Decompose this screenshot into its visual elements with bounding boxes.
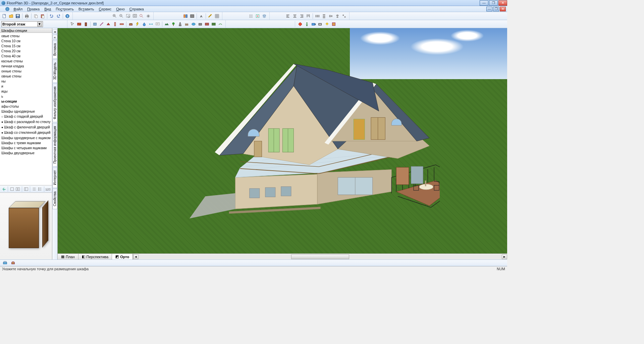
- camera-1-button[interactable]: [311, 21, 317, 27]
- window-tool-button[interactable]: [92, 21, 98, 27]
- catalog-tool-4[interactable]: [23, 186, 29, 192]
- bottom-tool-2[interactable]: [10, 260, 16, 266]
- mdi-restore-button[interactable]: ❐: [493, 7, 499, 11]
- pool-tool-button[interactable]: [191, 21, 197, 27]
- snap-grid-button[interactable]: [248, 13, 254, 19]
- horizontal-scrollbar[interactable]: ◂ ▸: [133, 254, 507, 260]
- column-tool-button[interactable]: [112, 21, 118, 27]
- catalog-tool-3[interactable]: [15, 186, 20, 192]
- furniture-tool-button[interactable]: [128, 21, 134, 27]
- mdi-minimize-button[interactable]: —: [486, 7, 492, 11]
- catalog-tool-2[interactable]: [9, 186, 14, 192]
- list-item[interactable]: Шкафы однодверные: [0, 109, 52, 114]
- align-center-button[interactable]: [292, 13, 298, 19]
- terrain-tool-button[interactable]: [164, 21, 170, 27]
- view-tab-перспектива[interactable]: ◧Перспектива: [78, 254, 112, 260]
- pan-button[interactable]: [145, 13, 151, 19]
- new-file-button[interactable]: [1, 13, 7, 19]
- view-tab-орто[interactable]: ◩Орто: [112, 254, 133, 260]
- menu-файл[interactable]: Файл: [11, 7, 24, 11]
- walk-button[interactable]: [304, 21, 310, 27]
- view-tab-план[interactable]: ▦План: [58, 254, 78, 260]
- menu-справка[interactable]: Справка: [127, 7, 146, 11]
- bottom-tool-1[interactable]: [2, 260, 8, 266]
- viewport-3d[interactable]: ▦План◧Перспектива◩Орто ◂ ▸: [58, 28, 507, 260]
- grid-button[interactable]: [214, 13, 220, 19]
- plant-tool-button[interactable]: [170, 21, 176, 27]
- fill-tool-button[interactable]: [197, 21, 203, 27]
- list-item[interactable]: Стена 10 см: [0, 39, 52, 44]
- menu-вид[interactable]: Вид: [42, 7, 53, 11]
- list-item[interactable]: Шкафы с четырьмя ящиками: [0, 146, 52, 151]
- list-item[interactable]: ицы: [0, 89, 52, 94]
- floor-selector[interactable]: Второй этаж ▾: [1, 21, 43, 27]
- align-mid-h-button[interactable]: [328, 13, 334, 19]
- select-tool-button[interactable]: [69, 21, 75, 27]
- fence-tool-button[interactable]: [184, 21, 190, 27]
- save-button[interactable]: [15, 13, 21, 19]
- align-mid-v-button[interactable]: [334, 13, 340, 19]
- extra-tool-button[interactable]: [217, 21, 223, 27]
- side-tab-вставка[interactable]: Вставка: [52, 40, 57, 59]
- paste-button[interactable]: [40, 13, 46, 19]
- open-file-button[interactable]: [8, 13, 14, 19]
- help-button[interactable]: ?: [64, 13, 70, 19]
- pattern-tool-button[interactable]: [211, 21, 217, 27]
- road-tool-button[interactable]: [177, 21, 183, 27]
- distribute-v-button[interactable]: [321, 13, 327, 19]
- menu-сервис[interactable]: Сервис: [97, 7, 114, 11]
- list-item[interactable]: онные стены: [0, 69, 52, 74]
- stairs-tool-button[interactable]: [99, 21, 105, 27]
- list-item[interactable]: ы-секции: [0, 99, 52, 104]
- list-item[interactable]: Стена 40 см: [0, 54, 52, 59]
- side-tab-3d-модель[interactable]: 3D-Модель: [52, 59, 57, 83]
- camera-2-button[interactable]: [317, 21, 323, 27]
- side-tab-свойства[interactable]: Свойства: [52, 188, 57, 209]
- align-top-button[interactable]: [305, 13, 311, 19]
- menu-окно[interactable]: Окно: [114, 7, 127, 11]
- beam-tool-button[interactable]: [119, 21, 125, 27]
- catalog-tool-5[interactable]: [32, 186, 37, 192]
- list-item[interactable]: Шкаф с раскладкой по стеклу: [0, 119, 52, 125]
- side-tab-collapse[interactable]: «: [53, 35, 57, 40]
- list-item[interactable]: пичная кладка: [0, 64, 52, 69]
- side-tab-фильтр изображения[interactable]: Фильтр изображения: [52, 83, 57, 122]
- list-item[interactable]: Шкафы двухдверные: [0, 151, 52, 156]
- list-item[interactable]: ны: [0, 79, 52, 84]
- list-item[interactable]: касные стены: [0, 59, 52, 64]
- zoom-out-button[interactable]: [118, 13, 124, 19]
- print-button[interactable]: [24, 13, 30, 19]
- close-button[interactable]: ✕: [498, 0, 507, 6]
- menu-вставить[interactable]: Вставить: [76, 7, 96, 11]
- menu-правка[interactable]: Правка: [25, 7, 42, 11]
- door-tool-button[interactable]: [83, 21, 89, 27]
- plumbing-tool-button[interactable]: [141, 21, 147, 27]
- material-button[interactable]: [331, 21, 337, 27]
- view-mode-2-button[interactable]: [189, 13, 195, 19]
- list-item[interactable]: Шкафы однодверные с ящиком: [0, 135, 52, 140]
- mdi-close-button[interactable]: ✕: [500, 7, 506, 11]
- scroll-thumb[interactable]: [291, 254, 349, 259]
- align-extra-button[interactable]: [341, 13, 347, 19]
- scroll-left-button[interactable]: ◂: [133, 254, 139, 259]
- list-item[interactable]: афы-столы: [0, 104, 52, 109]
- view-mode-1-button[interactable]: [182, 13, 189, 19]
- scroll-right-button[interactable]: ▸: [502, 254, 507, 259]
- list-item[interactable]: Шкаф с филенчатой дверцей: [0, 125, 52, 130]
- list-item[interactable]: Шкаф со стеклянной дверцей: [0, 130, 52, 135]
- zoom-in-button[interactable]: [112, 13, 118, 19]
- scroll-track[interactable]: [139, 254, 502, 259]
- side-tab-close[interactable]: ✕: [53, 30, 57, 34]
- catalog-tool-7[interactable]: 123: [46, 186, 51, 192]
- list-item[interactable]: и: [0, 84, 52, 89]
- zoom-extents-button[interactable]: [132, 13, 138, 19]
- list-item[interactable]: Шкаф с гладкой дверцей: [0, 114, 52, 119]
- catalog-tool-6[interactable]: [37, 186, 42, 192]
- zoom-prev-button[interactable]: [139, 13, 145, 19]
- list-item[interactable]: Стена 20 см: [0, 49, 52, 54]
- distribute-h-button[interactable]: [314, 13, 320, 19]
- align-right-button[interactable]: [299, 13, 305, 19]
- maximize-button[interactable]: ❐: [489, 0, 498, 6]
- minimize-button[interactable]: —: [480, 0, 488, 6]
- redo-button[interactable]: [55, 13, 61, 19]
